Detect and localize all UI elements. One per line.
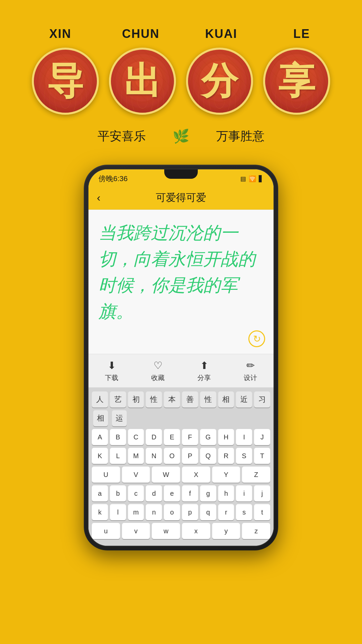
key-r[interactable]: r (218, 504, 234, 520)
key-K[interactable]: K (92, 448, 108, 464)
key-w[interactable]: w (152, 523, 180, 539)
key-S[interactable]: S (236, 448, 252, 464)
tool-download[interactable]: ⬇ 下载 (105, 360, 118, 382)
sug-key-3[interactable]: 性 (146, 391, 162, 408)
circle-kuai: 分 (186, 48, 253, 115)
design-icon: ✏ (246, 360, 255, 371)
letter-row-4: a b c d e f g h i j (92, 485, 270, 501)
app-title: 可爱得可爱 (156, 191, 206, 205)
key-B[interactable]: B (110, 429, 126, 445)
lotus-icon: 🌿 (173, 128, 189, 144)
key-v[interactable]: v (122, 523, 150, 539)
signal-icon: ▤ (240, 175, 246, 182)
pinyin-row: XIN CHUN KUAI LE (30, 27, 332, 41)
key-s[interactable]: s (236, 504, 252, 520)
key-T[interactable]: T (254, 448, 270, 464)
phone-notch (164, 169, 198, 179)
tool-favorite[interactable]: ♡ 收藏 (151, 360, 165, 382)
key-H[interactable]: H (218, 429, 234, 445)
sug-key-2[interactable]: 初 (128, 391, 144, 408)
key-l[interactable]: l (110, 504, 126, 520)
refresh-icon: ↻ (253, 333, 261, 344)
char-kuai: 分 (201, 56, 238, 106)
key-A[interactable]: A (92, 429, 108, 445)
status-time: 傍晚6:36 (99, 174, 128, 184)
sug-key-5[interactable]: 善 (182, 391, 198, 408)
key-p[interactable]: p (182, 504, 198, 520)
key-V[interactable]: V (122, 467, 150, 483)
tool-share[interactable]: ⬆ 分享 (197, 360, 211, 382)
key-Z[interactable]: Z (242, 467, 270, 483)
top-section: XIN CHUN KUAI LE 导 出 分 享 平安喜乐 🌿 万事胜意 (0, 0, 362, 145)
key-Y[interactable]: Y (212, 467, 240, 483)
key-a[interactable]: a (92, 485, 108, 501)
key-E[interactable]: E (164, 429, 180, 445)
key-U[interactable]: U (92, 467, 120, 483)
key-n[interactable]: n (146, 504, 162, 520)
key-i[interactable]: i (236, 485, 252, 501)
key-C[interactable]: C (128, 429, 144, 445)
key-o[interactable]: o (164, 504, 180, 520)
pinyin-chun: CHUN (111, 27, 171, 41)
key-I[interactable]: I (236, 429, 252, 445)
sug-key-4[interactable]: 本 (164, 391, 180, 408)
app-background: XIN CHUN KUAI LE 导 出 分 享 平安喜乐 🌿 万事胜意 (0, 0, 362, 644)
key-z[interactable]: z (242, 523, 270, 539)
key-q[interactable]: q (200, 504, 216, 520)
circle-chun: 出 (109, 48, 176, 115)
key-M[interactable]: M (128, 448, 144, 464)
key-b[interactable]: b (110, 485, 126, 501)
key-P[interactable]: P (182, 448, 198, 464)
subtitle-row: 平安喜乐 🌿 万事胜意 (98, 128, 264, 145)
sug-key-9[interactable]: 习 (254, 391, 270, 408)
key-u[interactable]: u (92, 523, 120, 539)
key-N[interactable]: N (146, 448, 162, 464)
app-header: ‹ 可爱得可爱 (88, 186, 274, 210)
key-c[interactable]: c (128, 485, 144, 501)
phone-container: 傍晚6:36 ▤ 🛜 ▋ ‹ 可爱得可爱 当我跨过沉沦 (0, 165, 362, 550)
letter-row-2: K L M N O P Q R S T (92, 448, 270, 464)
sug-key-11[interactable]: 运 (112, 410, 127, 426)
key-j[interactable]: j (254, 485, 270, 501)
key-y[interactable]: y (212, 523, 240, 539)
key-g[interactable]: g (200, 485, 216, 501)
letter-row-3: U V W X Y Z (92, 467, 270, 483)
circle-le: 享 (263, 48, 330, 115)
key-X[interactable]: X (182, 467, 210, 483)
key-m[interactable]: m (128, 504, 144, 520)
main-text: 当我跨过沉沦的一切，向着永恒开战的时候，你是我的军旗。 (99, 220, 263, 324)
key-D[interactable]: D (146, 429, 162, 445)
char-le: 享 (278, 56, 315, 106)
key-L[interactable]: L (110, 448, 126, 464)
key-t[interactable]: t (254, 504, 270, 520)
download-icon: ⬇ (108, 360, 116, 371)
favorite-icon: ♡ (154, 360, 163, 371)
sug-key-0[interactable]: 人 (92, 391, 108, 408)
key-G[interactable]: G (200, 429, 216, 445)
char-chun: 出 (124, 56, 161, 106)
key-x[interactable]: x (182, 523, 210, 539)
download-label: 下载 (105, 373, 118, 382)
sug-key-8[interactable]: 近 (236, 391, 252, 408)
sug-key-10[interactable]: 相 (93, 410, 108, 426)
key-F[interactable]: F (182, 429, 198, 445)
bottom-toolbar: ⬇ 下载 ♡ 收藏 ⬆ 分享 ✏ 设计 (88, 354, 274, 387)
key-k[interactable]: k (92, 504, 108, 520)
key-J[interactable]: J (254, 429, 270, 445)
refresh-button[interactable]: ↻ (248, 330, 265, 347)
sug-key-6[interactable]: 性 (200, 391, 216, 408)
key-R[interactable]: R (218, 448, 234, 464)
back-button[interactable]: ‹ (97, 192, 101, 204)
key-f[interactable]: f (182, 485, 198, 501)
key-Q[interactable]: Q (200, 448, 216, 464)
sug-key-1[interactable]: 艺 (110, 391, 126, 408)
key-O[interactable]: O (164, 448, 180, 464)
key-h[interactable]: h (218, 485, 234, 501)
sug-key-7[interactable]: 相 (218, 391, 234, 408)
tool-design[interactable]: ✏ 设计 (244, 360, 257, 382)
key-d[interactable]: d (146, 485, 162, 501)
key-W[interactable]: W (152, 467, 180, 483)
char-xin: 导 (47, 56, 84, 106)
key-e[interactable]: e (164, 485, 180, 501)
letter-row-6: u v w x y z (92, 523, 270, 539)
